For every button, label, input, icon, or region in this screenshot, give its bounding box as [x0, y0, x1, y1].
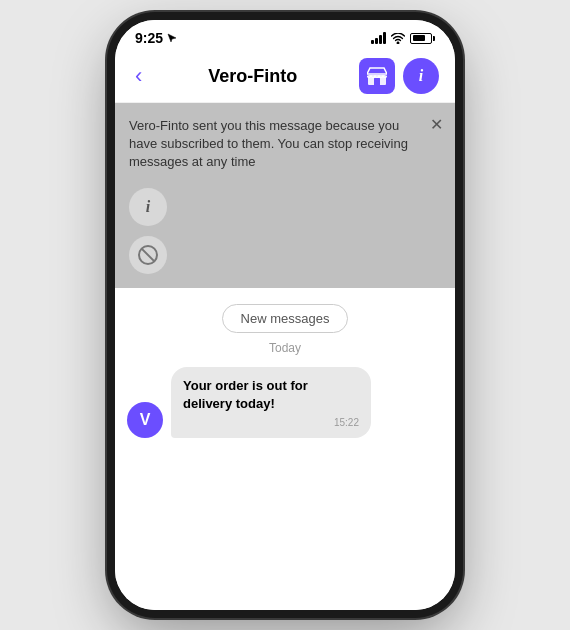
- message-time: 15:22: [183, 417, 359, 428]
- message-text: Your order is out for delivery today!: [183, 377, 359, 413]
- banner-action-icons: i: [129, 188, 441, 274]
- status-time: 9:25: [135, 30, 177, 46]
- notification-banner: Vero-Finto sent you this message because…: [115, 103, 455, 288]
- info-icon-button[interactable]: i: [403, 58, 439, 94]
- block-action-button[interactable]: [129, 236, 167, 274]
- back-button[interactable]: ‹: [131, 61, 146, 91]
- banner-text: Vero-Finto sent you this message because…: [129, 117, 441, 172]
- info-small-icon: i: [146, 198, 150, 216]
- phone-frame: 9:25 ‹ Vero-Finto: [115, 20, 455, 610]
- header-icons: i: [359, 58, 439, 94]
- info-action-button[interactable]: i: [129, 188, 167, 226]
- banner-close-button[interactable]: ✕: [430, 115, 443, 134]
- status-icons: [371, 32, 435, 44]
- new-messages-pill: New messages: [222, 304, 349, 333]
- message-row: V Your order is out for delivery today! …: [115, 367, 455, 438]
- ban-icon: [138, 245, 158, 265]
- app-header: ‹ Vero-Finto i: [115, 50, 455, 103]
- message-bubble: Your order is out for delivery today! 15…: [171, 367, 371, 438]
- chat-area: New messages Today V Your order is out f…: [115, 288, 455, 610]
- info-icon: i: [419, 67, 423, 85]
- wifi-icon: [391, 33, 405, 44]
- status-bar: 9:25: [115, 20, 455, 50]
- avatar: V: [127, 402, 163, 438]
- header-title: Vero-Finto: [208, 66, 297, 87]
- signal-icon: [371, 32, 386, 44]
- new-messages-badge: New messages: [115, 288, 455, 341]
- time-display: 9:25: [135, 30, 163, 46]
- location-arrow-icon: [167, 33, 177, 43]
- store-icon: [367, 67, 387, 85]
- store-icon-button[interactable]: [359, 58, 395, 94]
- svg-rect-1: [374, 78, 380, 85]
- battery-icon: [410, 33, 435, 44]
- date-label: Today: [115, 341, 455, 355]
